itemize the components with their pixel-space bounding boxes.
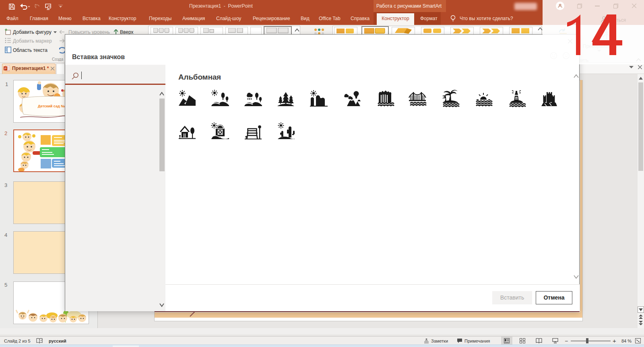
svg-text:P: P xyxy=(4,67,6,70)
svg-text:Детский сад №: Детский сад № xyxy=(38,104,65,108)
